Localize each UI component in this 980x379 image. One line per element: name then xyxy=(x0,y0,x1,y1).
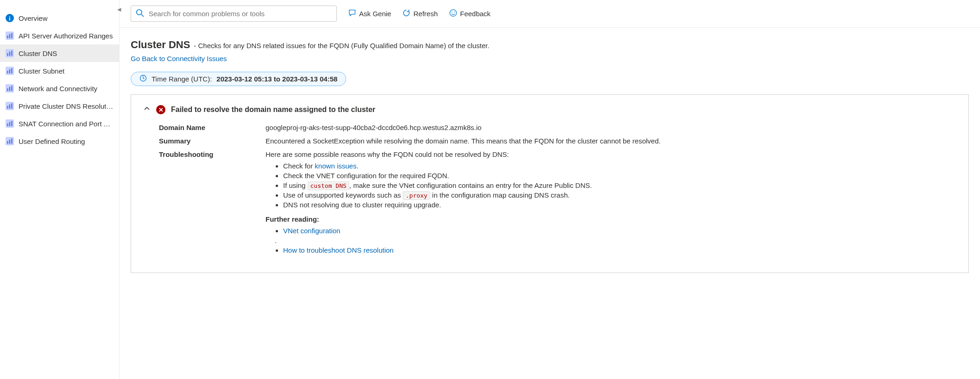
svg-rect-5 xyxy=(11,33,12,38)
svg-rect-7 xyxy=(7,53,8,56)
svg-rect-20 xyxy=(9,105,10,109)
further-item-1: VNet configuration xyxy=(283,227,956,235)
row-troubleshooting: Troubleshooting Here are some possible r… xyxy=(143,148,956,259)
svg-rect-21 xyxy=(11,103,12,108)
sidebar-item-label: Overview xyxy=(19,14,48,22)
ask-genie-label: Ask Genie xyxy=(359,10,391,18)
svg-rect-11 xyxy=(7,71,8,74)
search-icon xyxy=(136,9,144,19)
sidebar: ◀ i Overview API Server Authorized Range… xyxy=(0,0,120,379)
svg-rect-29 xyxy=(11,138,12,143)
trouble-body: Here are some possible reasons why the F… xyxy=(266,150,956,256)
sidebar-item-0[interactable]: API Server Authorized Ranges xyxy=(0,27,119,44)
row-summary: Summary Encountered a SocketException wh… xyxy=(143,134,956,148)
panel-title: Failed to resolve the domain name assign… xyxy=(171,106,375,114)
trouble-item-1: Check for known issues. xyxy=(283,162,956,170)
refresh-label: Refresh xyxy=(413,10,438,18)
svg-rect-9 xyxy=(11,50,12,56)
back-link[interactable]: Go Back to Connectivity Issues xyxy=(131,55,227,62)
svg-rect-16 xyxy=(9,87,10,91)
sidebar-item-overview[interactable]: i Overview xyxy=(0,9,119,27)
diagnostic-panel: ✕ Failed to resolve the domain name assi… xyxy=(131,94,969,273)
svg-rect-13 xyxy=(11,68,12,73)
trouble-item-2: Check the VNET configuration for the req… xyxy=(283,172,956,180)
page-title: Cluster DNS xyxy=(131,39,190,51)
smiley-icon xyxy=(449,9,457,19)
vnet-config-link[interactable]: VNet configuration xyxy=(283,227,340,235)
sidebar-item-label: SNAT Connection and Port Al... xyxy=(19,120,114,128)
feedback-label: Feedback xyxy=(460,10,491,18)
sidebar-item-1[interactable]: Cluster DNS xyxy=(0,44,119,62)
row-domain: Domain Name googleproj-rg-aks-test-supp-… xyxy=(143,121,956,134)
sidebar-item-label: Cluster Subnet xyxy=(19,67,64,75)
search-input[interactable] xyxy=(149,10,332,18)
summary-label: Summary xyxy=(159,137,266,145)
further-reading-list: VNet configuration . How to troubleshoot… xyxy=(283,227,956,254)
further-item-2: How to troubleshoot DNS resolution xyxy=(283,246,956,254)
page-subtitle: - Checks for any DNS related issues for … xyxy=(194,42,489,50)
sidebar-item-label: User Defined Routing xyxy=(19,137,85,145)
svg-rect-8 xyxy=(9,52,10,56)
content: Cluster DNS - Checks for any DNS related… xyxy=(120,28,980,284)
chevron-up-icon[interactable] xyxy=(143,105,151,114)
sidebar-item-label: Cluster DNS xyxy=(19,50,57,57)
search-box[interactable] xyxy=(131,6,337,22)
chart-icon xyxy=(6,119,14,128)
info-icon: i xyxy=(6,14,14,22)
trouble-item-4: Use of unsupported keywords such as .pro… xyxy=(283,191,956,199)
chat-icon xyxy=(348,9,356,19)
chart-icon xyxy=(6,67,14,75)
svg-point-32 xyxy=(450,10,456,16)
svg-rect-27 xyxy=(7,141,8,144)
svg-line-31 xyxy=(141,14,144,17)
svg-rect-3 xyxy=(7,36,8,38)
svg-rect-4 xyxy=(9,34,10,38)
time-range-pill[interactable]: Time Range (UTC): 2023-03-12 05:13 to 20… xyxy=(131,72,346,86)
svg-rect-23 xyxy=(7,124,8,126)
svg-rect-19 xyxy=(7,106,8,109)
refresh-button[interactable]: Refresh xyxy=(402,9,438,19)
known-issues-link[interactable]: known issues xyxy=(315,162,356,170)
page-title-row: Cluster DNS - Checks for any DNS related… xyxy=(131,39,969,51)
sidebar-item-label: API Server Authorized Ranges xyxy=(19,32,113,40)
time-range-value: 2023-03-12 05:13 to 2023-03-13 04:58 xyxy=(216,75,337,83)
refresh-icon xyxy=(402,9,411,19)
feedback-button[interactable]: Feedback xyxy=(449,9,491,19)
ask-genie-button[interactable]: Ask Genie xyxy=(348,9,391,19)
code-custom-dns: custom DNS xyxy=(308,181,349,190)
svg-rect-25 xyxy=(11,121,12,126)
sidebar-item-3[interactable]: Network and Connectivity xyxy=(0,80,119,97)
sidebar-item-label: Private Cluster DNS Resolutio... xyxy=(19,102,114,110)
sidebar-item-2[interactable]: Cluster Subnet xyxy=(0,62,119,80)
svg-text:i: i xyxy=(9,15,11,22)
summary-value: Encountered a SocketException while reso… xyxy=(266,137,956,145)
trouble-item-3: If using custom DNS, make sure the VNet … xyxy=(283,181,956,189)
chart-icon xyxy=(6,137,14,145)
code-proxy: .proxy xyxy=(403,191,430,200)
clock-icon xyxy=(139,75,147,83)
further-item-dot: . xyxy=(275,236,956,244)
svg-point-30 xyxy=(137,10,142,15)
svg-point-34 xyxy=(454,12,455,12)
domain-value: googleproj-rg-aks-test-supp-40cba2-dccdc… xyxy=(266,124,956,131)
svg-rect-24 xyxy=(9,122,10,126)
sidebar-item-6[interactable]: User Defined Routing xyxy=(0,132,119,150)
chart-icon xyxy=(6,84,14,93)
trouble-item-5: DNS not resolving due to cluster requiri… xyxy=(283,201,956,209)
time-range-prefix: Time Range (UTC): xyxy=(152,75,212,83)
troubleshoot-dns-link[interactable]: How to troubleshoot DNS resolution xyxy=(283,246,393,254)
svg-rect-12 xyxy=(9,69,10,74)
chart-icon xyxy=(6,102,14,110)
domain-label: Domain Name xyxy=(159,124,266,131)
svg-rect-28 xyxy=(9,140,10,144)
sidebar-item-4[interactable]: Private Cluster DNS Resolutio... xyxy=(0,97,119,115)
toolbar: Ask Genie Refresh Feedback xyxy=(120,0,980,28)
chart-icon xyxy=(6,31,14,40)
panel-header[interactable]: ✕ Failed to resolve the domain name assi… xyxy=(143,105,956,114)
sidebar-item-5[interactable]: SNAT Connection and Port Al... xyxy=(0,115,119,132)
main-area: Ask Genie Refresh Feedback Cluster DNS -… xyxy=(120,0,980,379)
svg-rect-15 xyxy=(7,88,8,91)
collapse-caret-icon[interactable]: ◀ xyxy=(117,6,121,12)
svg-point-33 xyxy=(451,12,452,12)
sidebar-item-label: Network and Connectivity xyxy=(19,85,97,93)
